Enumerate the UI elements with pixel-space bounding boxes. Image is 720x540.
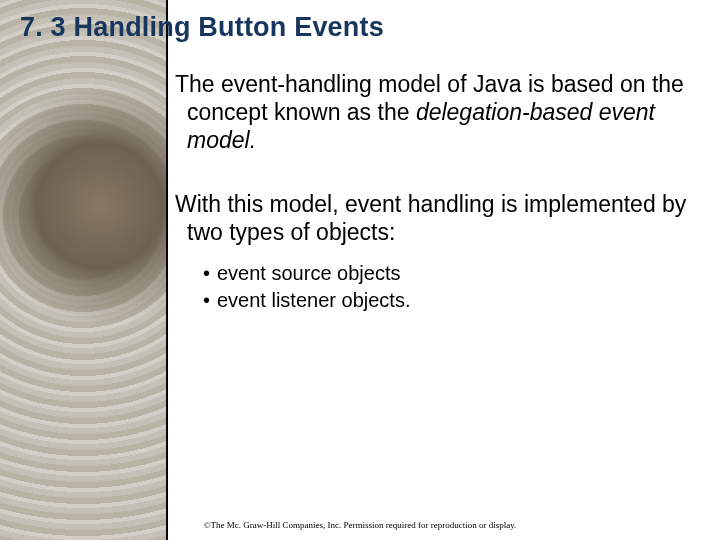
bullet-list: • event source objects • event listener … xyxy=(203,260,695,314)
bullet-icon: • xyxy=(203,287,209,314)
paragraph-2: With this model, event handling is imple… xyxy=(175,190,695,246)
slide: 7. 3 Handling Button Events The event-ha… xyxy=(0,0,720,540)
list-item: • event listener objects. xyxy=(203,287,695,314)
paragraph-1: The event-handling model of Java is base… xyxy=(175,70,695,154)
slide-body: The event-handling model of Java is base… xyxy=(175,70,695,314)
slide-title: 7. 3 Handling Button Events xyxy=(20,12,384,43)
list-item-label: event source objects xyxy=(217,260,400,287)
list-item-label: event listener objects. xyxy=(217,287,410,314)
bullet-icon: • xyxy=(203,260,209,287)
copyright-footer: ©The Mc. Graw-Hill Companies, Inc. Permi… xyxy=(0,520,720,530)
list-item: • event source objects xyxy=(203,260,695,287)
